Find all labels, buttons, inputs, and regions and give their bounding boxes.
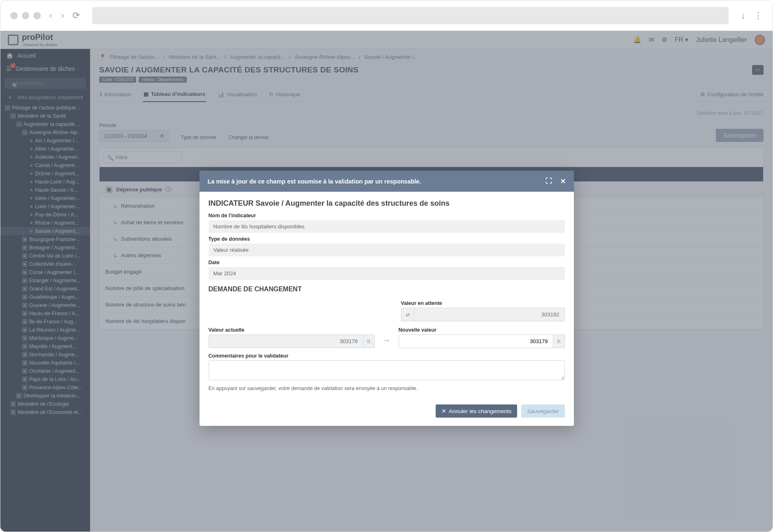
reload-icon[interactable]: ⟳: [72, 10, 80, 21]
download-icon[interactable]: ↓: [741, 10, 745, 21]
pending-icon: ⇄: [401, 308, 414, 321]
date-label: Date: [209, 260, 565, 265]
url-bar[interactable]: [92, 7, 729, 24]
window-controls: [10, 12, 41, 19]
back-icon[interactable]: ‹: [49, 9, 53, 22]
menu-icon[interactable]: ⋮: [754, 10, 763, 21]
indicator-name-label: Nom de l'indicateur: [209, 213, 565, 218]
close-icon: ✕: [441, 408, 446, 414]
forward-icon[interactable]: ›: [61, 9, 65, 22]
current-value: [209, 335, 363, 348]
lock-icon: ⎘: [363, 335, 375, 348]
new-value-label: Nouvelle valeur: [399, 327, 565, 333]
cancel-button[interactable]: ✕Annuler les changements: [436, 404, 517, 418]
comment-input[interactable]: [209, 360, 565, 380]
expand-icon[interactable]: ⛶: [546, 177, 552, 185]
arrow-icon: →: [381, 336, 393, 348]
data-type-value: Valeur réalisée: [209, 244, 565, 256]
change-request-modal: La mise à jour de ce champ est soumise à…: [200, 171, 574, 426]
new-value-input[interactable]: [399, 335, 553, 348]
current-value-label: Valeur actuelle: [209, 327, 375, 333]
comment-label: Commentaires pour le validateur: [209, 353, 565, 359]
pending-value-box: ⇄: [401, 308, 565, 321]
change-request-title: DEMANDE DE CHANGEMENT: [209, 286, 565, 293]
close-icon[interactable]: ✕: [560, 177, 566, 185]
pending-value: [414, 308, 565, 321]
modal-title: INDICATEUR Savoie / Augmenter la capacit…: [209, 199, 565, 208]
modal-hint: En appuyant sur sauvegarder, votre deman…: [209, 386, 565, 391]
modal-banner-text: La mise à jour de ce champ est soumise à…: [208, 178, 421, 185]
dot: [10, 12, 18, 19]
date-value: Mar 2024: [209, 267, 565, 280]
dot: [22, 12, 29, 19]
data-type-label: Type de données: [209, 236, 565, 242]
indicator-name-value: Nombre de lits hospitaliers disponibles: [209, 220, 565, 233]
edit-icon: ⎘: [553, 335, 565, 348]
modal-overlay: La mise à jour de ce champ est soumise à…: [0, 31, 773, 532]
modal-save-button[interactable]: Sauvegarder: [521, 404, 564, 418]
modal-header: La mise à jour de ce champ est soumise à…: [200, 171, 574, 192]
dot: [33, 12, 41, 19]
browser-chrome: ‹ › ⟳ ↓ ⋮: [0, 0, 773, 31]
pending-label: Valeur en attente: [401, 300, 565, 306]
